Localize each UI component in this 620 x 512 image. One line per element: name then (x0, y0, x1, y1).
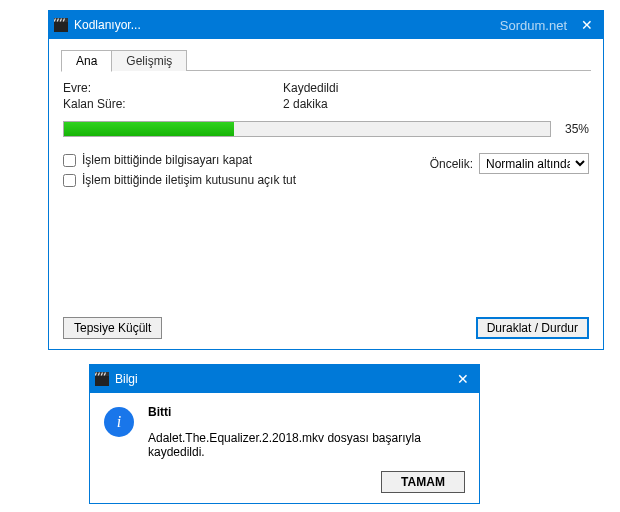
svg-rect-6 (95, 376, 109, 386)
tab-label: Ana (76, 54, 97, 68)
tab-label: Gelişmiş (126, 54, 172, 68)
priority-select[interactable]: Normalin altında (479, 153, 589, 174)
clapperboard-icon (54, 18, 68, 32)
ok-button[interactable]: TAMAM (381, 471, 465, 493)
clapperboard-icon (95, 372, 109, 386)
titlebar[interactable]: Bilgi ✕ (90, 365, 479, 393)
time-left-value: 2 dakika (283, 97, 589, 111)
phase-label: Evre: (63, 81, 283, 95)
dialog-client: i Bitti Adalet.The.Equalizer.2.2018.mkv … (90, 393, 479, 503)
titlebar[interactable]: Kodlanıyor... Sordum.net ✕ (49, 11, 603, 39)
svg-rect-0 (54, 22, 68, 32)
close-icon[interactable]: ✕ (453, 371, 473, 387)
phase-value: Kaydedildi (283, 81, 589, 95)
phase-row: Evre: Kaydedildi (63, 81, 589, 95)
button-row: Tepsiye Küçült Duraklat / Durdur (63, 307, 589, 339)
priority-control: Öncelik: Normalin altında (430, 153, 589, 174)
dialog-message: Adalet.The.Equalizer.2.2018.mkv dosyası … (148, 431, 465, 459)
minimize-to-tray-button[interactable]: Tepsiye Küçült (63, 317, 162, 339)
info-icon: i (104, 407, 134, 437)
pause-stop-button[interactable]: Duraklat / Durdur (476, 317, 589, 339)
priority-label: Öncelik: (430, 157, 473, 171)
dialog-heading: Bitti (148, 405, 465, 419)
client-area: Ana Gelişmiş Evre: Kaydedildi Kalan Süre… (49, 39, 603, 349)
close-icon[interactable]: ✕ (577, 17, 597, 33)
checkbox-shutdown-label: İşlem bittiğinde bilgisayarı kapat (82, 153, 252, 167)
time-left-label: Kalan Süre: (63, 97, 283, 111)
checkbox-keep-dialog[interactable]: İşlem bittiğinde iletişim kutusunu açık … (63, 173, 296, 187)
checkbox-keep-dialog-label: İşlem bittiğinde iletişim kutusunu açık … (82, 173, 296, 187)
progress-row: 35% (63, 121, 589, 137)
checkbox-keep-dialog-input[interactable] (63, 174, 76, 187)
tab-strip: Ana Gelişmiş (61, 49, 591, 71)
dialog-title: Bilgi (115, 372, 138, 386)
progress-bar (63, 121, 551, 137)
button-label: Duraklat / Durdur (487, 321, 578, 335)
watermark-text: Sordum.net (500, 18, 567, 33)
options-row: İşlem bittiğinde bilgisayarı kapat İşlem… (63, 153, 589, 187)
tab-advanced[interactable]: Gelişmiş (111, 50, 187, 71)
info-dialog: Bilgi ✕ i Bitti Adalet.The.Equalizer.2.2… (89, 364, 480, 504)
checkbox-shutdown[interactable]: İşlem bittiğinde bilgisayarı kapat (63, 153, 296, 167)
time-left-row: Kalan Süre: 2 dakika (63, 97, 589, 111)
window-title: Kodlanıyor... (74, 18, 141, 32)
progress-percent: 35% (559, 122, 589, 136)
tab-panel-main: Evre: Kaydedildi Kalan Süre: 2 dakika 35… (61, 71, 591, 339)
checkbox-shutdown-input[interactable] (63, 154, 76, 167)
tab-main[interactable]: Ana (61, 50, 112, 72)
button-label: TAMAM (401, 475, 445, 489)
button-label: Tepsiye Küçült (74, 321, 151, 335)
encoding-window: Kodlanıyor... Sordum.net ✕ Ana Gelişmiş … (48, 10, 604, 350)
